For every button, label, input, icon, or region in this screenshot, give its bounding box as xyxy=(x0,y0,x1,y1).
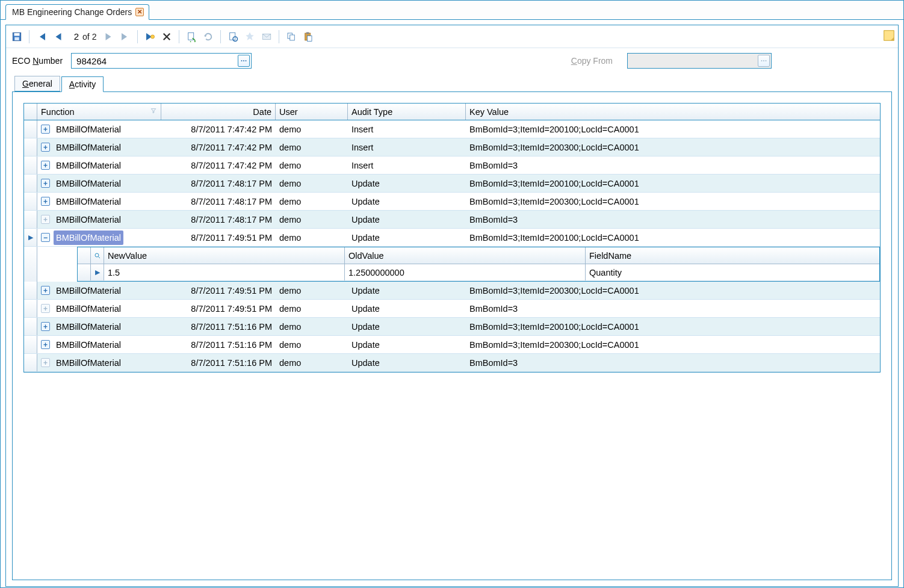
pager-total: 2 xyxy=(92,32,97,42)
function-value: BMBillOfMaterial xyxy=(54,122,123,137)
sub-header-newvalue[interactable]: NewValue xyxy=(104,247,345,264)
grid-header-function[interactable]: Function xyxy=(37,104,161,120)
undo-icon[interactable] xyxy=(201,29,215,44)
collapse-icon[interactable]: − xyxy=(41,233,50,242)
next-record-icon[interactable] xyxy=(101,29,116,44)
row-handle[interactable] xyxy=(24,211,37,228)
table-row[interactable]: +BMBillOfMaterial8/7/2011 7:47:42 PMdemo… xyxy=(24,156,880,175)
tab-general[interactable]: General xyxy=(14,76,60,91)
expand-icon[interactable]: + xyxy=(41,161,50,170)
grid-header-date[interactable]: Date xyxy=(161,104,276,120)
table-row[interactable]: +BMBillOfMaterial8/7/2011 7:49:51 PMdemo… xyxy=(24,300,880,318)
mail-icon[interactable] xyxy=(259,29,274,44)
row-indicator-icon: ▶ xyxy=(28,234,33,241)
expand-icon[interactable]: + xyxy=(41,358,50,367)
sub-table-row[interactable]: ▶1.51.2500000000Quantity xyxy=(78,264,879,281)
table-row[interactable]: +BMBillOfMaterial8/7/2011 7:49:51 PMdemo… xyxy=(24,282,880,300)
row-handle[interactable] xyxy=(24,175,37,192)
expand-icon[interactable]: + xyxy=(41,286,50,295)
cell-key-value: BmBomId=3 xyxy=(466,211,880,228)
save-icon[interactable] xyxy=(10,29,24,44)
pager: of 2 xyxy=(68,31,99,43)
cell-user: demo xyxy=(276,211,348,228)
expand-icon[interactable]: + xyxy=(41,197,50,206)
table-row[interactable]: +BMBillOfMaterial8/7/2011 7:48:17 PMdemo… xyxy=(24,211,880,229)
copy-icon[interactable] xyxy=(284,29,299,44)
expand-icon[interactable]: + xyxy=(41,322,50,331)
sub-header-oldvalue[interactable]: OldValue xyxy=(345,247,586,264)
cell-date: 8/7/2011 7:49:51 PM xyxy=(161,300,276,317)
cell-date: 8/7/2011 7:51:16 PM xyxy=(161,318,276,335)
refresh-icon[interactable] xyxy=(184,29,199,44)
grid-header-key-value[interactable]: Key Value xyxy=(466,104,880,120)
table-row[interactable]: +BMBillOfMaterial8/7/2011 7:51:16 PMdemo… xyxy=(24,336,880,354)
row-handle[interactable] xyxy=(24,300,37,317)
row-handle[interactable] xyxy=(24,318,37,335)
cell-function: +BMBillOfMaterial xyxy=(37,318,161,335)
sub-header-fieldname[interactable]: FieldName xyxy=(586,247,879,264)
cell-newvalue: 1.5 xyxy=(104,264,345,280)
cell-function: +BMBillOfMaterial xyxy=(37,193,161,210)
grid-header-audit-type[interactable]: Audit Type xyxy=(348,104,466,120)
svg-point-3 xyxy=(151,35,155,39)
expand-icon[interactable]: + xyxy=(41,215,50,224)
prev-record-icon[interactable] xyxy=(51,29,66,44)
document-tab[interactable]: MB Engineering Change Orders ✕ xyxy=(5,4,149,20)
cell-key-value: BmBomId=3 xyxy=(466,300,880,317)
expand-icon[interactable]: + xyxy=(41,304,50,313)
eco-number-input-combo[interactable] xyxy=(71,53,252,69)
sub-row-handle[interactable] xyxy=(78,264,91,280)
expand-icon[interactable]: + xyxy=(41,125,50,134)
sub-header-corner[interactable] xyxy=(78,247,91,264)
pager-current-input[interactable] xyxy=(70,31,80,43)
row-handle[interactable] xyxy=(24,193,37,210)
table-row[interactable]: +BMBillOfMaterial8/7/2011 7:48:17 PMdemo… xyxy=(24,193,880,211)
last-record-icon[interactable] xyxy=(118,29,132,44)
cell-audit-type: Update xyxy=(348,300,466,317)
row-handle[interactable] xyxy=(24,120,37,138)
table-row[interactable]: ▶−BMBillOfMaterial8/7/2011 7:49:51 PMdem… xyxy=(24,229,880,247)
row-handle[interactable] xyxy=(24,336,37,353)
new-record-icon[interactable] xyxy=(143,29,157,44)
table-row[interactable]: +BMBillOfMaterial8/7/2011 7:47:42 PMdemo… xyxy=(24,138,880,156)
notes-flag-icon[interactable] xyxy=(882,29,896,42)
table-row[interactable]: +BMBillOfMaterial8/7/2011 7:48:17 PMdemo… xyxy=(24,175,880,193)
function-value: BMBillOfMaterial xyxy=(54,338,123,352)
grid-header-user[interactable]: User xyxy=(276,104,348,120)
row-handle[interactable] xyxy=(24,138,37,156)
table-row[interactable]: +BMBillOfMaterial8/7/2011 7:51:16 PMdemo… xyxy=(24,318,880,336)
print-preview-icon[interactable] xyxy=(226,29,240,44)
expand-icon[interactable]: + xyxy=(41,340,50,349)
cell-function: +BMBillOfMaterial xyxy=(37,175,161,192)
cell-audit-type: Update xyxy=(348,175,466,192)
sub-grid[interactable]: NewValueOldValueFieldName▶1.51.250000000… xyxy=(77,247,880,282)
cell-user: demo xyxy=(276,193,348,210)
expand-icon[interactable]: + xyxy=(41,143,50,152)
cell-user: demo xyxy=(276,318,348,335)
cell-key-value: BmBomId=3;ItemId=200100;LocId=CA0001 xyxy=(466,175,880,192)
close-tab-icon[interactable]: ✕ xyxy=(135,8,144,16)
function-value: BMBillOfMaterial xyxy=(54,356,123,370)
tab-activity[interactable]: Activity xyxy=(61,76,104,92)
cell-key-value: BmBomId=3;ItemId=200300;LocId=CA0001 xyxy=(466,282,880,299)
eco-number-lookup-button[interactable] xyxy=(238,55,250,67)
cell-key-value: BmBomId=3;ItemId=200300;LocId=CA0001 xyxy=(466,193,880,210)
activity-grid[interactable]: Function Date User Audit Type Key Value … xyxy=(23,103,881,373)
apply-icon[interactable] xyxy=(243,29,257,44)
paste-icon[interactable] xyxy=(301,29,315,44)
row-handle[interactable]: ▶ xyxy=(24,229,37,246)
row-handle[interactable] xyxy=(24,354,37,371)
eco-number-input[interactable] xyxy=(72,54,238,68)
row-handle[interactable] xyxy=(24,156,37,174)
cell-function: +BMBillOfMaterial xyxy=(37,336,161,353)
svg-point-15 xyxy=(243,60,244,61)
search-icon[interactable] xyxy=(91,247,104,264)
table-row[interactable]: +BMBillOfMaterial8/7/2011 7:51:16 PMdemo… xyxy=(24,354,880,372)
delete-icon[interactable] xyxy=(159,29,174,44)
row-handle[interactable] xyxy=(24,282,37,299)
filter-icon[interactable] xyxy=(150,106,157,116)
table-row[interactable]: +BMBillOfMaterial8/7/2011 7:47:42 PMdemo… xyxy=(24,120,880,138)
grid-header-corner[interactable] xyxy=(24,104,37,120)
first-record-icon[interactable] xyxy=(34,29,49,44)
expand-icon[interactable]: + xyxy=(41,179,50,188)
